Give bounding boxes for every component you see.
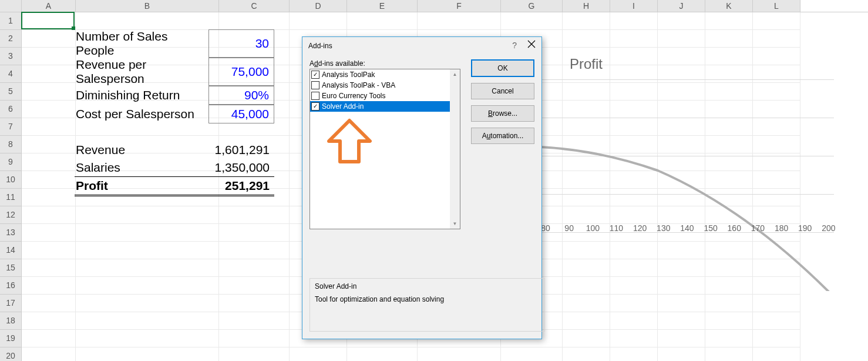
addin-item-2[interactable]: Euro Currency Tools	[310, 91, 460, 101]
col-header-J[interactable]: J	[658, 0, 705, 12]
listbox-scrollbar[interactable]: ▲ ▼	[450, 69, 460, 229]
x-tick: 90	[558, 223, 580, 233]
chart-title: Profit	[570, 56, 603, 72]
chart-line	[540, 79, 834, 291]
row-headers: 1234567891011121314151617181920	[0, 12, 22, 361]
input-value-0[interactable]: 30	[208, 29, 274, 58]
result-label-1: Salaries	[75, 159, 208, 176]
addin-description-body: Tool for optimization and equation solvi…	[315, 295, 540, 303]
select-all-corner[interactable]	[0, 0, 22, 12]
col-header-D[interactable]: D	[290, 0, 347, 12]
result-value-1[interactable]: 1,350,000	[208, 159, 274, 176]
input-value-2[interactable]: 90%	[208, 86, 274, 105]
result-label-0: Revenue	[75, 141, 208, 159]
input-label-3: Cost per Salesperson	[75, 105, 208, 123]
x-tick: 170	[746, 223, 769, 233]
addin-item-label: Euro Currency Tools	[322, 92, 386, 100]
help-icon[interactable]: ?	[512, 41, 517, 50]
addin-item-label: Solver Add-in	[322, 102, 364, 111]
row-header-6[interactable]: 6	[0, 101, 22, 118]
automation-button[interactable]: Automation...	[471, 128, 534, 144]
input-label-1: Revenue per Salesperson	[75, 58, 208, 86]
row-header-3[interactable]: 3	[0, 48, 22, 65]
x-tick: 130	[652, 223, 675, 233]
addin-item-1[interactable]: Analysis ToolPak - VBA	[310, 80, 460, 91]
ok-button[interactable]: OK	[471, 59, 534, 77]
scroll-down-icon[interactable]: ▼	[450, 219, 460, 229]
input-label-2: Diminishing Return	[75, 86, 208, 105]
x-tick: 100	[581, 223, 604, 233]
row-header-5[interactable]: 5	[0, 83, 22, 101]
addins-list-label: Add-ins available:	[309, 59, 460, 68]
x-tick: 200	[817, 223, 840, 233]
addin-checkbox[interactable]: ✓	[311, 71, 319, 79]
row-header-20[interactable]: 20	[0, 347, 22, 361]
col-header-L[interactable]: L	[753, 0, 800, 12]
dialog-title-text: Add-ins	[308, 42, 332, 50]
profit-label: Profit	[75, 176, 208, 196]
row-header-14[interactable]: 14	[0, 242, 22, 259]
x-tick: 160	[723, 223, 745, 233]
row-header-16[interactable]: 16	[0, 277, 22, 295]
profit-value[interactable]: 251,291	[208, 176, 274, 196]
col-header-H[interactable]: H	[563, 0, 610, 12]
row-header-12[interactable]: 12	[0, 206, 22, 224]
row-header-15[interactable]: 15	[0, 259, 22, 277]
col-header-A[interactable]: A	[22, 0, 76, 12]
row-header-13[interactable]: 13	[0, 224, 22, 242]
row-header-2[interactable]: 2	[0, 30, 22, 48]
column-headers: ABCDEFGHIJKL	[0, 0, 868, 12]
addin-item-label: Analysis ToolPak - VBA	[322, 81, 395, 89]
x-tick: 180	[771, 223, 793, 233]
input-label-0: Number of Sales People	[75, 29, 208, 58]
cancel-button[interactable]: Cancel	[471, 83, 534, 99]
chart-x-ticks: 8090100110120130140150160170180190200	[534, 223, 840, 233]
x-tick: 190	[794, 223, 816, 233]
addin-checkbox[interactable]: ✓	[311, 102, 319, 111]
addin-item-0[interactable]: ✓Analysis ToolPak	[310, 69, 460, 80]
close-icon[interactable]	[527, 40, 536, 48]
row-header-4[interactable]: 4	[0, 65, 22, 83]
addin-checkbox[interactable]	[311, 81, 319, 89]
col-header-I[interactable]: I	[610, 0, 658, 12]
spreadsheet-content: Number of Sales People30 Revenue per Sal…	[75, 29, 280, 196]
browse-button[interactable]: Browse...	[471, 105, 534, 122]
col-header-C[interactable]: C	[219, 0, 290, 12]
row-header-11[interactable]: 11	[0, 189, 22, 206]
x-tick: 140	[676, 223, 698, 233]
x-tick: 150	[699, 223, 722, 233]
row-header-19[interactable]: 19	[0, 330, 22, 347]
dialog-titlebar[interactable]: Add-ins ?	[302, 37, 541, 55]
addins-dialog: Add-ins ? Add-ins available: ✓Analysis T…	[302, 36, 542, 339]
input-value-3[interactable]: 45,000	[208, 105, 274, 123]
row-header-17[interactable]: 17	[0, 295, 22, 312]
x-tick: 110	[605, 223, 627, 233]
scroll-up-icon[interactable]: ▲	[450, 69, 460, 79]
input-value-1[interactable]: 75,000	[208, 58, 274, 86]
row-header-1[interactable]: 1	[0, 12, 22, 30]
col-header-F[interactable]: F	[418, 0, 501, 12]
addin-description-title: Solver Add-in	[315, 282, 540, 290]
row-header-9[interactable]: 9	[0, 153, 22, 171]
addin-description-panel: Solver Add-in Tool for optimization and …	[309, 278, 545, 332]
x-tick: 120	[629, 223, 651, 233]
profit-chart[interactable]: Profit 809010011012013014015016017018019…	[540, 50, 868, 297]
row-header-8[interactable]: 8	[0, 136, 22, 153]
col-header-B[interactable]: B	[76, 0, 219, 12]
addin-item-label: Analysis ToolPak	[322, 71, 375, 79]
row-header-7[interactable]: 7	[0, 118, 22, 136]
col-header-G[interactable]: G	[501, 0, 563, 12]
col-header-K[interactable]: K	[705, 0, 753, 12]
col-header-E[interactable]: E	[347, 0, 418, 12]
addin-checkbox[interactable]	[311, 92, 319, 100]
annotation-arrow-icon	[322, 118, 378, 173]
addin-item-3[interactable]: ✓Solver Add-in	[310, 101, 460, 112]
active-cell[interactable]	[21, 12, 75, 29]
result-value-0[interactable]: 1,601,291	[208, 141, 274, 159]
row-header-18[interactable]: 18	[0, 312, 22, 330]
row-header-10[interactable]: 10	[0, 171, 22, 189]
